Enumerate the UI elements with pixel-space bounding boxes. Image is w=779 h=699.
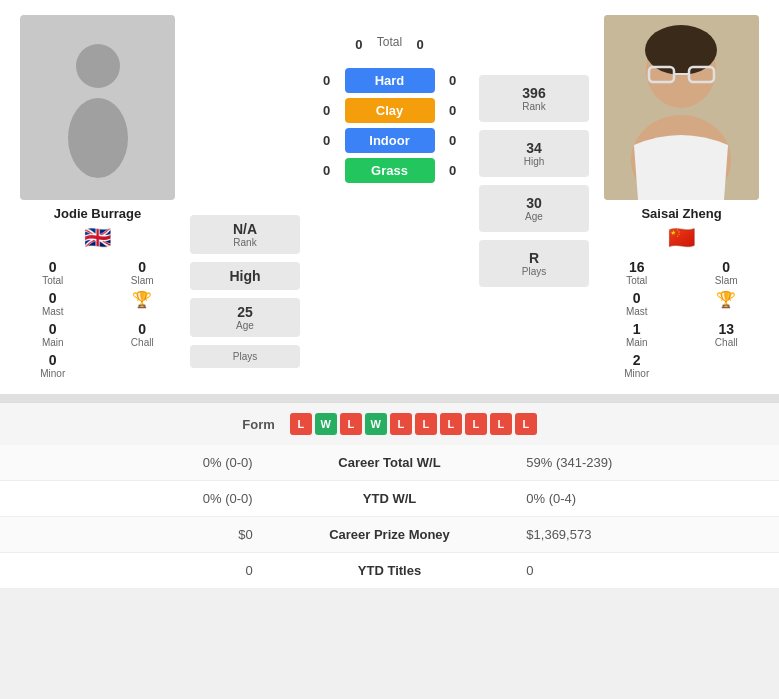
- left-minor-value: 0: [49, 352, 57, 368]
- left-trophy-icon: 🏆: [132, 290, 152, 309]
- form-badge-3: W: [365, 413, 387, 435]
- left-slam-label: Slam: [131, 275, 154, 286]
- right-slam-box: 0 Slam: [684, 259, 770, 286]
- stats-left-3: 0: [0, 553, 273, 589]
- left-chall-box: 0 Chall: [100, 321, 186, 348]
- right-total-value: 16: [629, 259, 645, 275]
- right-minor-box: 2 Minor: [594, 352, 680, 379]
- right-chall-box: 13 Chall: [684, 321, 770, 348]
- left-total-label: Total: [42, 275, 63, 286]
- right-plays-label: Plays: [483, 266, 585, 277]
- right-chall-value: 13: [718, 321, 734, 337]
- form-badge-9: L: [515, 413, 537, 435]
- court-right-score: 0: [443, 133, 463, 148]
- svg-point-0: [76, 44, 120, 88]
- stats-tbody: 0% (0-0) Career Total W/L 59% (341-239) …: [0, 445, 779, 589]
- right-rank-value: 396: [483, 85, 585, 101]
- total-label: Total: [377, 35, 402, 49]
- right-slam-value: 0: [722, 259, 730, 275]
- right-age-value: 30: [483, 195, 585, 211]
- form-badge-8: L: [490, 413, 512, 435]
- stats-right-2: $1,369,573: [506, 517, 779, 553]
- form-label: Form: [242, 417, 275, 432]
- left-center-panel: N/A Rank High 25 Age Plays: [185, 215, 305, 379]
- left-player: Jodie Burrage 🇬🇧 0 Total 0 Slam 0 Mast 🏆: [10, 15, 185, 379]
- court-row-clay: 0 Clay 0: [317, 98, 463, 123]
- court-row-hard: 0 Hard 0: [317, 68, 463, 93]
- right-plays-value: R: [483, 250, 585, 266]
- stats-right-1: 0% (0-4): [506, 481, 779, 517]
- left-total-value: 0: [49, 259, 57, 275]
- left-minor-label: Minor: [40, 368, 65, 379]
- right-mast-value: 0: [633, 290, 641, 306]
- court-row-grass: 0 Grass 0: [317, 158, 463, 183]
- right-high-stat: 34 High: [479, 130, 589, 177]
- stats-row-0: 0% (0-0) Career Total W/L 59% (341-239): [0, 445, 779, 481]
- stats-row-3: 0 YTD Titles 0: [0, 553, 779, 589]
- left-chall-label: Chall: [131, 337, 154, 348]
- court-clay-badge: Clay: [345, 98, 435, 123]
- left-slam-box: 0 Slam: [100, 259, 186, 286]
- right-main-val: 1 Main: [594, 321, 680, 348]
- stats-table: 0% (0-0) Career Total W/L 59% (341-239) …: [0, 445, 779, 589]
- right-main-label: Main: [626, 337, 648, 348]
- court-left-score: 0: [317, 163, 337, 178]
- right-total-label: Total: [626, 275, 647, 286]
- right-minor-value: 2: [633, 352, 641, 368]
- section-divider: [0, 394, 779, 402]
- left-player-stats: 0 Total 0 Slam 0 Mast 🏆 0 Main: [10, 259, 185, 379]
- form-badge-6: L: [440, 413, 462, 435]
- stats-center-3: YTD Titles: [273, 553, 507, 589]
- right-age-stat: 30 Age: [479, 185, 589, 232]
- left-mast-label: Mast: [42, 306, 64, 317]
- left-slam-value: 0: [138, 259, 146, 275]
- right-high-value: 34: [483, 140, 585, 156]
- left-high-stat: High: [190, 262, 300, 290]
- form-badge-0: L: [290, 413, 312, 435]
- svg-point-1: [68, 98, 128, 178]
- left-plays-label: Plays: [194, 351, 296, 362]
- stats-center-1: YTD W/L: [273, 481, 507, 517]
- court-grass-badge: Grass: [345, 158, 435, 183]
- left-rank-label: Rank: [194, 237, 296, 248]
- right-high-label: High: [483, 156, 585, 167]
- right-player: Saisai Zheng 🇨🇳 16 Total 0 Slam 0 Mast 🏆: [594, 15, 769, 379]
- left-plays-stat: Plays: [190, 345, 300, 368]
- main-container: Jodie Burrage 🇬🇧 0 Total 0 Slam 0 Mast 🏆: [0, 0, 779, 589]
- right-minor-label: Minor: [624, 368, 649, 379]
- stats-right-0: 59% (341-239): [506, 445, 779, 481]
- court-right-score: 0: [443, 73, 463, 88]
- stats-right-3: 0: [506, 553, 779, 589]
- right-chall-label: Chall: [715, 337, 738, 348]
- right-mast-label: Mast: [626, 306, 648, 317]
- court-right-score: 0: [443, 163, 463, 178]
- left-main-val: 0 Main: [10, 321, 96, 348]
- left-player-flag: 🇬🇧: [84, 225, 111, 251]
- right-mast-box: 0 Mast: [594, 290, 680, 317]
- stats-left-1: 0% (0-0): [0, 481, 273, 517]
- left-age-label: Age: [194, 320, 296, 331]
- left-main-value: 0: [49, 321, 57, 337]
- court-rows: 0 Hard 0 0 Clay 0 0 Indoor 0 0 Grass 0: [317, 63, 463, 188]
- court-hard-badge: Hard: [345, 68, 435, 93]
- right-center-panel: 396 Rank 34 High 30 Age R Plays: [474, 75, 594, 379]
- court-left-score: 0: [317, 73, 337, 88]
- left-age-stat: 25 Age: [190, 298, 300, 337]
- court-row-indoor: 0 Indoor 0: [317, 128, 463, 153]
- right-trophy-icon: 🏆: [716, 290, 736, 309]
- stats-center-2: Career Prize Money: [273, 517, 507, 553]
- left-rank-stat: N/A Rank: [190, 215, 300, 254]
- left-main-label: Main: [42, 337, 64, 348]
- right-slam-label: Slam: [715, 275, 738, 286]
- left-trophy-box: 🏆: [100, 290, 186, 317]
- stats-row-2: $0 Career Prize Money $1,369,573: [0, 517, 779, 553]
- right-total-box: 16 Total: [594, 259, 680, 286]
- left-high-value: High: [194, 268, 296, 284]
- right-player-flag: 🇨🇳: [668, 225, 695, 251]
- court-indoor-badge: Indoor: [345, 128, 435, 153]
- left-total-box: 0 Total: [10, 259, 96, 286]
- stats-left-0: 0% (0-0): [0, 445, 273, 481]
- right-plays-stat: R Plays: [479, 240, 589, 287]
- court-right-score: 0: [443, 103, 463, 118]
- left-chall-value: 0: [138, 321, 146, 337]
